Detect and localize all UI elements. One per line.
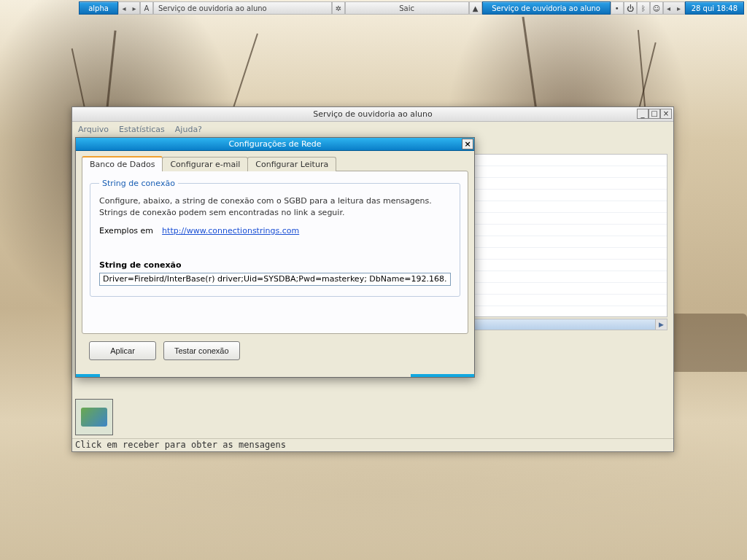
image-icon	[81, 408, 107, 427]
apply-button[interactable]: Aplicar	[89, 341, 156, 360]
task-button-ouvidoria[interactable]: Serviço de ouvidoria ao aluno	[153, 1, 332, 15]
tab-configurar-leitura[interactable]: Configurar Leitura	[247, 157, 336, 171]
dialog-titlebar[interactable]: Configurações de Rede ×	[76, 138, 474, 151]
connection-string-input[interactable]	[99, 273, 451, 286]
search-icon[interactable]: ✲	[332, 1, 345, 15]
workspace-pager[interactable]: ◂▸	[118, 1, 140, 15]
close-button[interactable]: ×	[660, 109, 672, 119]
attachment-thumbnail[interactable]	[75, 399, 113, 435]
menu-ajuda[interactable]: Ajuda?	[175, 125, 202, 134]
examples-label: Exemplos em	[99, 226, 153, 236]
tray-pager[interactable]: ◂▸	[663, 1, 685, 15]
host-label[interactable]: alpha	[79, 1, 118, 15]
dialog-accent-bar	[76, 374, 474, 377]
tab-panel-db: String de conexão Configure, abaixo, a s…	[82, 171, 468, 334]
scroll-right-icon[interactable]: ▶	[655, 319, 667, 330]
main-window-titlebar[interactable]: Serviço de ouvidoria ao aluno _ □ ×	[72, 107, 673, 122]
dialog-tabs: Banco de Dados Configurar e-mail Configu…	[82, 155, 468, 171]
app-icon[interactable]: ▲	[469, 1, 482, 15]
tab-configurar-email[interactable]: Configurar e-mail	[162, 157, 248, 171]
maximize-button[interactable]: □	[649, 109, 660, 119]
network-settings-dialog: Configurações de Rede × Banco de Dados C…	[75, 137, 475, 378]
group-legend: String de conexão	[99, 179, 178, 188]
top-panel: alpha ◂▸ A Serviço de ouvidoria ao aluno…	[79, 1, 744, 15]
help-text-line2: Strings de conexão podem sem encontradas…	[99, 207, 451, 219]
tray-separator-icon: •	[611, 1, 624, 15]
main-window-title: Serviço de ouvidoria ao aluno	[313, 109, 433, 119]
show-desktop-icon[interactable]: A	[140, 1, 153, 15]
bluetooth-icon[interactable]: ᛒ	[637, 1, 650, 15]
examples-link[interactable]: http://www.connectionstrings.com	[162, 226, 299, 236]
connection-string-group: String de conexão Configure, abaixo, a s…	[90, 179, 460, 297]
connection-string-label: String de conexão	[99, 260, 451, 270]
tab-banco-de-dados[interactable]: Banco de Dados	[82, 156, 163, 171]
task-button-ouvidoria-active[interactable]: Serviço de ouvidoria ao aluno	[482, 1, 611, 15]
minimize-button[interactable]: _	[637, 109, 649, 119]
clock[interactable]: 28 qui 18:48	[685, 1, 744, 15]
menu-estatisticas[interactable]: Estatísticas	[119, 125, 165, 134]
test-connection-button[interactable]: Testar conexão	[163, 341, 240, 360]
menubar: Arquivo Estatísticas Ajuda?	[72, 122, 673, 136]
dialog-close-button[interactable]: ×	[462, 139, 473, 149]
power-icon[interactable]: ⏻	[624, 1, 637, 15]
statusbar: Click em receber para obter as mensagens	[72, 438, 673, 451]
dialog-title: Configurações de Rede	[228, 139, 321, 149]
help-text-line1: Configure, abaixo, a string de conexão c…	[99, 195, 451, 207]
user-icon[interactable]: ☺	[650, 1, 663, 15]
menu-arquivo[interactable]: Arquivo	[78, 125, 109, 134]
task-button-saic[interactable]: Saic	[345, 1, 469, 15]
